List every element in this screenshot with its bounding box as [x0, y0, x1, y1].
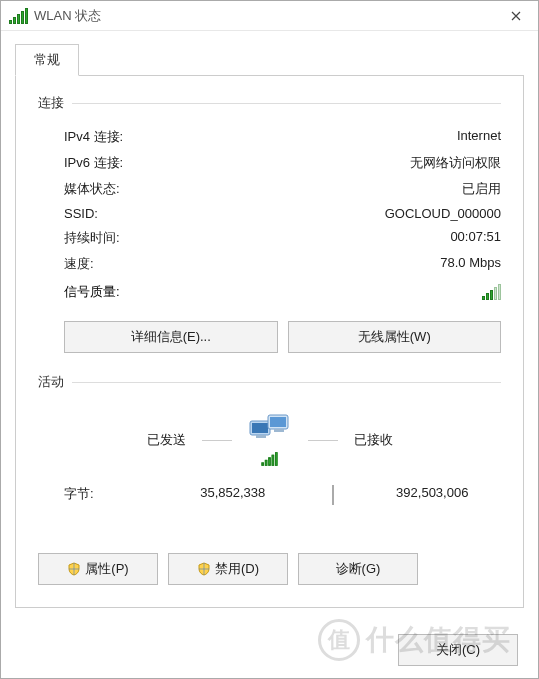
close-window-button[interactable]	[493, 1, 538, 31]
duration-row: 持续时间: 00:07:51	[38, 225, 501, 251]
tab-general[interactable]: 常规	[15, 44, 79, 76]
media-label: 媒体状态:	[64, 180, 224, 198]
duration-value: 00:07:51	[224, 229, 501, 247]
divider	[72, 382, 501, 383]
speed-label: 速度:	[64, 255, 224, 273]
svg-rect-1	[252, 423, 268, 433]
wlan-status-dialog: WLAN 状态 常规 连接 IPv4 连接: Internet IPv6 连接:…	[0, 0, 539, 679]
shield-icon	[197, 562, 211, 576]
tabs: 常规	[1, 31, 538, 75]
wifi-signal-icon	[261, 452, 277, 466]
connection-buttons: 详细信息(E)... 无线属性(W)	[38, 311, 501, 373]
diagnose-button[interactable]: 诊断(G)	[298, 553, 418, 585]
divider	[202, 440, 232, 441]
properties-button-label: 属性(P)	[85, 560, 128, 578]
shield-icon	[67, 562, 81, 576]
media-value: 已启用	[224, 180, 501, 198]
tab-content: 连接 IPv4 连接: Internet IPv6 连接: 无网络访问权限 媒体…	[15, 75, 524, 608]
details-button[interactable]: 详细信息(E)...	[64, 321, 278, 353]
signal-quality-row: 信号质量:	[38, 277, 501, 311]
close-button[interactable]: 关闭(C)	[398, 634, 518, 666]
svg-rect-4	[256, 435, 266, 438]
action-buttons: 属性(P) 禁用(D) 诊断(G)	[38, 553, 501, 585]
ipv6-row: IPv6 连接: 无网络访问权限	[38, 150, 501, 176]
speed-value: 78.0 Mbps	[224, 255, 501, 273]
activity-group-header: 活动	[38, 373, 501, 391]
activity-header-label: 活动	[38, 373, 64, 391]
speed-row: 速度: 78.0 Mbps	[38, 251, 501, 277]
bytes-sent-value: 35,852,338	[164, 485, 302, 505]
disable-button-label: 禁用(D)	[215, 560, 259, 578]
bytes-label: 字节:	[64, 485, 164, 505]
divider	[72, 103, 501, 104]
ipv4-label: IPv4 连接:	[64, 128, 224, 146]
ssid-label: SSID:	[64, 206, 224, 221]
properties-button[interactable]: 属性(P)	[38, 553, 158, 585]
divider	[308, 440, 338, 441]
ssid-value: GOCLOUD_000000	[224, 206, 501, 221]
ipv6-value: 无网络访问权限	[224, 154, 501, 172]
divider	[332, 485, 334, 505]
ssid-row: SSID: GOCLOUD_000000	[38, 202, 501, 225]
ipv4-row: IPv4 连接: Internet	[38, 124, 501, 150]
connection-group-header: 连接	[38, 94, 501, 112]
wifi-icon	[9, 8, 28, 24]
ipv6-label: IPv6 连接:	[64, 154, 224, 172]
bytes-row: 字节: 35,852,338 392,503,006	[38, 479, 501, 523]
window-title: WLAN 状态	[34, 7, 493, 25]
signal-label: 信号质量:	[64, 283, 482, 301]
disable-button[interactable]: 禁用(D)	[168, 553, 288, 585]
bytes-received-value: 392,503,006	[364, 485, 502, 505]
sent-label: 已发送	[76, 431, 186, 449]
titlebar[interactable]: WLAN 状态	[1, 1, 538, 31]
svg-rect-3	[270, 417, 286, 427]
close-icon	[511, 11, 521, 21]
svg-rect-5	[274, 429, 284, 432]
media-state-row: 媒体状态: 已启用	[38, 176, 501, 202]
dialog-footer: 关闭(C)	[1, 622, 538, 678]
received-label: 已接收	[354, 431, 464, 449]
network-activity-icon	[248, 413, 292, 467]
connection-header-label: 连接	[38, 94, 64, 112]
signal-strength-icon	[482, 284, 501, 300]
wireless-properties-button[interactable]: 无线属性(W)	[288, 321, 502, 353]
ipv4-value: Internet	[224, 128, 501, 146]
duration-label: 持续时间:	[64, 229, 224, 247]
activity-visual: 已发送 已接收	[38, 403, 501, 479]
